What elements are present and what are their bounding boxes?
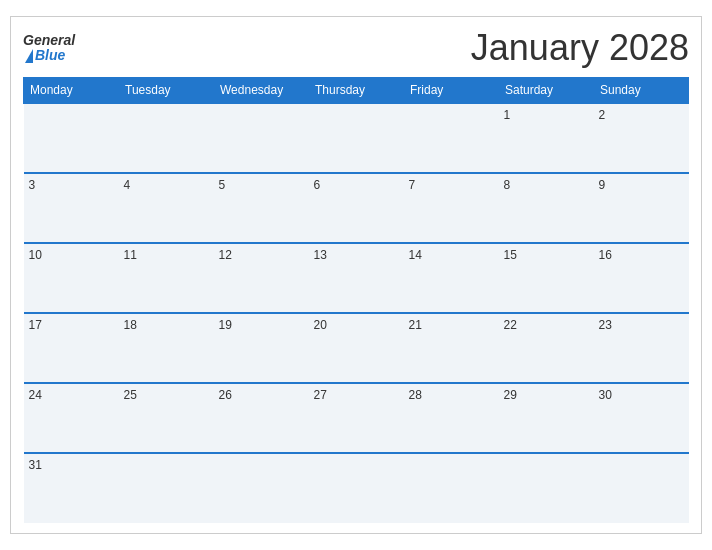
calendar-day-cell: 20 [309, 313, 404, 383]
calendar-day-cell: 29 [499, 383, 594, 453]
calendar-day-cell: 30 [594, 383, 689, 453]
weekday-header-row: Monday Tuesday Wednesday Thursday Friday… [24, 78, 689, 104]
logo-triangle-icon [25, 49, 33, 63]
day-number: 26 [219, 388, 232, 402]
calendar-day-cell: 12 [214, 243, 309, 313]
header-row: General Blue January 2028 [23, 27, 689, 69]
day-number: 20 [314, 318, 327, 332]
day-number: 3 [29, 178, 36, 192]
day-number: 5 [219, 178, 226, 192]
calendar-day-cell: 11 [119, 243, 214, 313]
calendar-day-cell: 4 [119, 173, 214, 243]
col-monday: Monday [24, 78, 119, 104]
calendar-week-row: 24252627282930 [24, 383, 689, 453]
calendar-day-cell: 24 [24, 383, 119, 453]
calendar-day-cell [404, 103, 499, 173]
day-number: 17 [29, 318, 42, 332]
day-number: 2 [599, 108, 606, 122]
calendar-day-cell: 1 [499, 103, 594, 173]
calendar-day-cell [214, 453, 309, 523]
logo-blue-text: Blue [35, 48, 65, 63]
calendar-body: 1234567891011121314151617181920212223242… [24, 103, 689, 523]
calendar-day-cell: 18 [119, 313, 214, 383]
calendar-day-cell: 13 [309, 243, 404, 313]
calendar-day-cell: 3 [24, 173, 119, 243]
calendar-week-row: 10111213141516 [24, 243, 689, 313]
calendar-day-cell [214, 103, 309, 173]
day-number: 13 [314, 248, 327, 262]
calendar-wrapper: General Blue January 2028 Monday Tuesday… [10, 16, 702, 534]
day-number: 27 [314, 388, 327, 402]
logo: General Blue [23, 33, 75, 64]
day-number: 24 [29, 388, 42, 402]
calendar-day-cell [119, 103, 214, 173]
calendar-week-row: 31 [24, 453, 689, 523]
calendar-day-cell [499, 453, 594, 523]
calendar-day-cell: 22 [499, 313, 594, 383]
calendar-day-cell: 16 [594, 243, 689, 313]
day-number: 14 [409, 248, 422, 262]
day-number: 25 [124, 388, 137, 402]
calendar-day-cell: 9 [594, 173, 689, 243]
day-number: 4 [124, 178, 131, 192]
day-number: 16 [599, 248, 612, 262]
day-number: 12 [219, 248, 232, 262]
calendar-table: Monday Tuesday Wednesday Thursday Friday… [23, 77, 689, 523]
col-sunday: Sunday [594, 78, 689, 104]
col-thursday: Thursday [309, 78, 404, 104]
col-tuesday: Tuesday [119, 78, 214, 104]
calendar-day-cell: 19 [214, 313, 309, 383]
col-saturday: Saturday [499, 78, 594, 104]
day-number: 8 [504, 178, 511, 192]
logo-general-text: General [23, 33, 75, 48]
day-number: 31 [29, 458, 42, 472]
calendar-day-cell: 14 [404, 243, 499, 313]
calendar-day-cell: 8 [499, 173, 594, 243]
calendar-day-cell: 7 [404, 173, 499, 243]
calendar-day-cell: 28 [404, 383, 499, 453]
calendar-day-cell: 23 [594, 313, 689, 383]
day-number: 1 [504, 108, 511, 122]
calendar-day-cell: 17 [24, 313, 119, 383]
calendar-day-cell: 21 [404, 313, 499, 383]
month-title: January 2028 [471, 27, 689, 69]
calendar-day-cell: 26 [214, 383, 309, 453]
day-number: 23 [599, 318, 612, 332]
calendar-day-cell: 5 [214, 173, 309, 243]
calendar-day-cell [404, 453, 499, 523]
day-number: 10 [29, 248, 42, 262]
day-number: 9 [599, 178, 606, 192]
calendar-day-cell [24, 103, 119, 173]
calendar-day-cell: 31 [24, 453, 119, 523]
calendar-week-row: 17181920212223 [24, 313, 689, 383]
calendar-day-cell: 6 [309, 173, 404, 243]
calendar-day-cell: 27 [309, 383, 404, 453]
day-number: 11 [124, 248, 137, 262]
day-number: 30 [599, 388, 612, 402]
calendar-day-cell: 10 [24, 243, 119, 313]
day-number: 18 [124, 318, 137, 332]
day-number: 22 [504, 318, 517, 332]
col-wednesday: Wednesday [214, 78, 309, 104]
day-number: 21 [409, 318, 422, 332]
col-friday: Friday [404, 78, 499, 104]
calendar-day-cell: 15 [499, 243, 594, 313]
day-number: 6 [314, 178, 321, 192]
day-number: 7 [409, 178, 416, 192]
day-number: 29 [504, 388, 517, 402]
day-number: 19 [219, 318, 232, 332]
calendar-day-cell: 2 [594, 103, 689, 173]
day-number: 15 [504, 248, 517, 262]
calendar-day-cell [309, 453, 404, 523]
day-number: 28 [409, 388, 422, 402]
calendar-day-cell [594, 453, 689, 523]
calendar-week-row: 3456789 [24, 173, 689, 243]
calendar-day-cell: 25 [119, 383, 214, 453]
calendar-day-cell [119, 453, 214, 523]
calendar-week-row: 12 [24, 103, 689, 173]
calendar-day-cell [309, 103, 404, 173]
